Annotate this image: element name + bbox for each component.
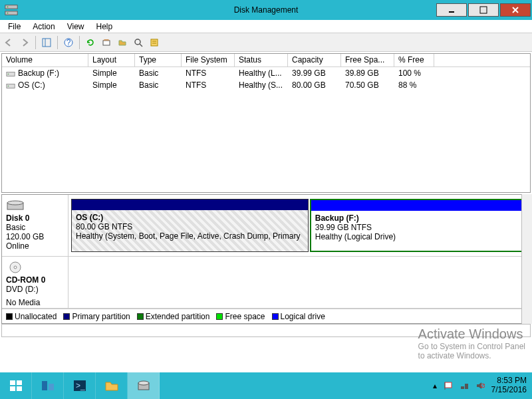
tray-volume-icon[interactable] bbox=[475, 381, 485, 390]
svg-point-3 bbox=[7, 13, 9, 14]
volume-name: Backup (F:) bbox=[18, 68, 59, 78]
volume-free: 39.89 GB bbox=[341, 68, 394, 78]
legend-unallocated: Unallocated bbox=[15, 312, 57, 321]
close-button[interactable] bbox=[500, 3, 531, 17]
system-tray[interactable]: ▴ 8:53 PM 7/15/2016 bbox=[428, 372, 532, 399]
legend-logical: Logical drive bbox=[281, 312, 325, 321]
volume-capacity: 80.00 GB bbox=[288, 80, 341, 90]
svg-rect-8 bbox=[43, 39, 51, 47]
menu-action[interactable]: Action bbox=[27, 21, 60, 33]
properties-button[interactable] bbox=[147, 35, 162, 50]
volume-status: Healthy (S... bbox=[235, 80, 288, 90]
partition-color-bar bbox=[311, 200, 527, 211]
svg-rect-1 bbox=[5, 5, 17, 9]
tray-time[interactable]: 8:53 PM bbox=[491, 376, 527, 386]
partition-size: 80.00 GB NTFS bbox=[76, 222, 304, 231]
col-layout[interactable]: Layout bbox=[88, 54, 135, 66]
svg-rect-27 bbox=[17, 380, 22, 385]
col-percent-free[interactable]: % Free bbox=[394, 54, 434, 66]
svg-text:?: ? bbox=[66, 38, 71, 47]
powershell-icon: >_ bbox=[72, 378, 88, 394]
explore-button[interactable] bbox=[131, 35, 146, 50]
maximize-button[interactable] bbox=[468, 3, 499, 17]
legend-extended: Extended partition bbox=[146, 312, 210, 321]
partition-health: Healthy (Logical Drive) bbox=[315, 232, 523, 241]
volume-name: OS (C:) bbox=[18, 80, 45, 90]
taskbar-explorer[interactable] bbox=[96, 372, 128, 399]
col-status[interactable]: Status bbox=[235, 54, 288, 66]
cdrom-header[interactable]: CD-ROM 0 DVD (D:) No Media bbox=[2, 257, 68, 308]
disk-management-icon bbox=[136, 378, 152, 394]
tray-network-icon[interactable] bbox=[460, 381, 469, 390]
svg-point-23 bbox=[7, 201, 23, 205]
windows-logo-icon bbox=[9, 378, 23, 393]
legend-swatch-logical bbox=[272, 313, 279, 320]
legend-freespace: Free space bbox=[225, 312, 265, 321]
svg-rect-15 bbox=[151, 39, 158, 46]
rescan-button[interactable] bbox=[99, 35, 114, 50]
disk-state: Online bbox=[6, 241, 64, 251]
legend-primary: Primary partition bbox=[72, 312, 130, 321]
taskbar-powershell[interactable]: >_ bbox=[64, 372, 96, 399]
menu-view[interactable]: View bbox=[62, 21, 90, 33]
tray-flag-icon[interactable] bbox=[444, 381, 453, 390]
volume-type: Basic bbox=[135, 68, 182, 78]
menu-help[interactable]: Help bbox=[91, 21, 118, 33]
svg-rect-30 bbox=[42, 381, 47, 390]
col-free-space[interactable]: Free Spa... bbox=[341, 54, 394, 66]
disk-icon bbox=[6, 199, 25, 212]
volume-layout: Simple bbox=[88, 80, 135, 90]
cdrom-icon bbox=[6, 261, 25, 274]
svg-point-25 bbox=[14, 266, 17, 269]
tree-view-button[interactable] bbox=[39, 35, 54, 50]
legend-swatch-unallocated bbox=[6, 313, 13, 320]
folder-icon bbox=[104, 378, 120, 394]
partition-os[interactable]: OS (C:) 80.00 GB NTFS Healthy (System, B… bbox=[71, 199, 309, 252]
volume-row[interactable]: Backup (F:) Simple Basic NTFS Healthy (L… bbox=[2, 67, 530, 79]
volume-pct: 88 % bbox=[394, 80, 434, 90]
svg-rect-29 bbox=[17, 386, 22, 391]
tray-chevron-icon[interactable]: ▴ bbox=[433, 381, 437, 390]
disk-header[interactable]: Disk 0 Basic 120.00 GB Online bbox=[2, 195, 68, 256]
disk-row[interactable]: Disk 0 Basic 120.00 GB Online OS (C:) 80… bbox=[2, 195, 530, 257]
drive-icon bbox=[6, 82, 15, 90]
partition-backup[interactable]: Backup (F:) 39.99 GB NTFS Healthy (Logic… bbox=[310, 199, 529, 252]
svg-rect-0 bbox=[5, 11, 17, 15]
svg-rect-31 bbox=[49, 384, 54, 390]
svg-rect-28 bbox=[10, 386, 15, 391]
cdrom-row[interactable]: CD-ROM 0 DVD (D:) No Media bbox=[2, 257, 530, 309]
app-icon bbox=[4, 3, 19, 17]
volume-list[interactable]: Volume Layout Type File System Status Ca… bbox=[1, 53, 531, 193]
taskbar: >_ ▴ 8:53 PM 7/15/2016 bbox=[0, 372, 532, 399]
svg-rect-36 bbox=[445, 382, 452, 388]
scrollbar-vertical[interactable] bbox=[521, 194, 532, 324]
volume-row[interactable]: OS (C:) Simple Basic NTFS Healthy (S... … bbox=[2, 79, 530, 91]
svg-text:>_: >_ bbox=[76, 381, 85, 390]
cdrom-state: No Media bbox=[6, 298, 64, 307]
col-volume[interactable]: Volume bbox=[2, 54, 88, 66]
cdrom-name: CD-ROM 0 bbox=[6, 275, 45, 285]
disk-graphical-view: Disk 0 Basic 120.00 GB Online OS (C:) 80… bbox=[1, 194, 531, 324]
forward-button[interactable] bbox=[17, 35, 32, 50]
col-capacity[interactable]: Capacity bbox=[288, 54, 341, 66]
back-button[interactable] bbox=[1, 35, 16, 50]
menu-file[interactable]: File bbox=[3, 21, 26, 33]
svg-point-35 bbox=[138, 381, 149, 385]
tray-date[interactable]: 7/15/2016 bbox=[491, 386, 527, 395]
minimize-button[interactable] bbox=[436, 3, 467, 17]
open-button[interactable] bbox=[115, 35, 130, 50]
partition-title: Backup (F:) bbox=[315, 213, 359, 223]
taskbar-disk-management[interactable] bbox=[128, 372, 160, 399]
window-title: Disk Management bbox=[234, 5, 299, 15]
svg-point-13 bbox=[135, 39, 140, 45]
volume-fs: NTFS bbox=[182, 68, 235, 78]
taskbar-server-manager[interactable] bbox=[32, 372, 64, 399]
drive-icon bbox=[6, 70, 15, 78]
col-filesystem[interactable]: File System bbox=[182, 54, 235, 66]
start-button[interactable] bbox=[0, 372, 32, 399]
volume-free: 70.50 GB bbox=[341, 80, 394, 90]
col-type[interactable]: Type bbox=[135, 54, 182, 66]
refresh-button[interactable] bbox=[83, 35, 98, 50]
help-button[interactable]: ? bbox=[61, 35, 76, 50]
disk-type: Basic bbox=[6, 223, 64, 232]
